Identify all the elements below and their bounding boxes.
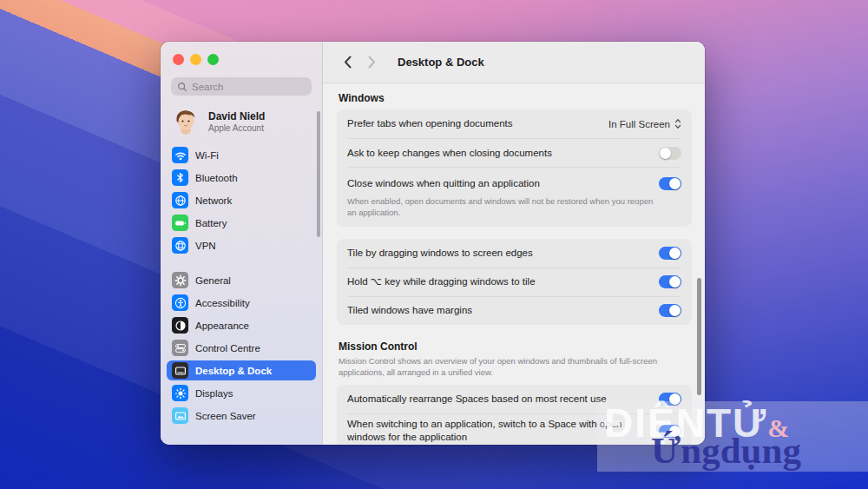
select-value: In Full Screen xyxy=(608,119,670,129)
setting-label: Ask to keep changes when closing documen… xyxy=(347,147,552,160)
vpn-globe-icon xyxy=(172,237,188,254)
account-name: David Nield xyxy=(208,110,265,123)
setting-row-close-windows: Close windows when quitting an applicati… xyxy=(347,167,681,227)
setting-row-tiled-margins: Tiled windows have margins xyxy=(347,296,681,325)
close-windows-toggle[interactable] xyxy=(659,177,681,190)
desktop-dock-icon xyxy=(172,362,188,379)
page-title: Desktop & Dock xyxy=(398,56,484,69)
sidebar-item-label: Screen Saver xyxy=(195,411,256,421)
setting-label: Prefer tabs when opening documents xyxy=(347,117,513,130)
sidebar-item-displays[interactable]: Displays xyxy=(167,383,316,403)
setting-label: Automatically rearrange Spaces based on … xyxy=(347,393,607,406)
search-input[interactable]: Search xyxy=(171,77,312,96)
search-icon xyxy=(177,82,187,92)
tile-dragging-toggle[interactable] xyxy=(659,247,681,260)
section-title-windows: Windows xyxy=(339,92,692,104)
sidebar-scrollbar[interactable] xyxy=(317,111,320,237)
sidebar-item-label: General xyxy=(195,275,231,286)
close-button[interactable] xyxy=(173,54,184,65)
sidebar-item-label: Network xyxy=(195,195,232,206)
setting-label: Tile by dragging windows to screen edges xyxy=(347,247,533,260)
sidebar-item-accessibility[interactable]: Accessibility xyxy=(167,293,316,313)
gear-icon xyxy=(172,272,188,288)
back-button[interactable] xyxy=(339,54,356,71)
globe-icon xyxy=(172,192,188,208)
minimize-button[interactable] xyxy=(190,54,201,65)
sidebar: Search David Nield Apple Account xyxy=(161,42,323,445)
system-settings-window: Search David Nield Apple Account xyxy=(161,42,705,445)
sidebar-item-label: Battery xyxy=(195,218,227,228)
content-pane: Desktop & Dock Windows Prefer tabs when … xyxy=(323,42,705,445)
sidebar-item-label: Desktop & Dock xyxy=(195,366,272,376)
forward-button[interactable] xyxy=(363,54,380,71)
setting-label: Close windows when quitting an applicati… xyxy=(347,177,540,190)
setting-row-hold-option: Hold ⌥ key while dragging windows to til… xyxy=(347,268,681,296)
prefer-tabs-select[interactable]: In Full Screen xyxy=(608,118,681,129)
content-scrollbar[interactable] xyxy=(697,278,701,395)
sidebar-item-label: VPN xyxy=(195,241,216,251)
sidebar-item-appearance[interactable]: Appearance xyxy=(167,315,316,335)
apple-account-row[interactable]: David Nield Apple Account xyxy=(171,107,313,136)
setting-label: Tiled windows have margins xyxy=(347,304,472,317)
screensaver-icon xyxy=(172,407,188,424)
hold-option-toggle[interactable] xyxy=(659,275,681,288)
section-mission-control: Mission Control xyxy=(339,340,692,353)
sidebar-item-network[interactable]: Network xyxy=(167,190,316,210)
sidebar-item-wifi[interactable]: Wi-Fi xyxy=(167,145,316,165)
sidebar-item-desktop-dock[interactable]: Desktop & Dock xyxy=(167,360,316,380)
sidebar-item-control-centre[interactable]: Control Centre xyxy=(167,338,316,358)
wifi-icon xyxy=(172,147,188,163)
section-title-mission-control: Mission Control xyxy=(339,340,692,353)
sidebar-item-label: Control Centre xyxy=(195,343,260,354)
setting-row-tile-dragging: Tile by dragging windows to screen edges xyxy=(347,239,681,268)
setting-description: When enabled, open documents and windows… xyxy=(347,196,664,219)
account-subtitle: Apple Account xyxy=(208,123,265,133)
content-body: Windows Prefer tabs when opening documen… xyxy=(323,83,705,445)
sidebar-item-label: Displays xyxy=(195,388,233,399)
avatar xyxy=(171,107,201,136)
tiled-margins-toggle[interactable] xyxy=(659,304,681,317)
accessibility-icon xyxy=(172,294,188,311)
watermark-line2: Ứngdụng xyxy=(651,429,801,472)
search-placeholder: Search xyxy=(192,82,223,92)
mission-control-description: Mission Control shows an overview of you… xyxy=(339,355,690,379)
sidebar-item-label: Wi-Fi xyxy=(195,150,219,161)
control-centre-icon xyxy=(172,340,188,356)
sidebar-item-battery[interactable]: Battery xyxy=(167,213,316,233)
settings-card-windows: Prefer tabs when opening documents In Fu… xyxy=(337,109,692,227)
appearance-icon xyxy=(172,317,188,334)
setting-label: When switching to an application, switch… xyxy=(347,418,634,444)
sidebar-item-general[interactable]: General xyxy=(167,270,316,290)
zoom-button[interactable] xyxy=(207,54,219,65)
ask-keep-changes-toggle[interactable] xyxy=(659,147,681,160)
sidebar-item-bluetooth[interactable]: Bluetooth xyxy=(167,168,316,188)
sidebar-item-vpn[interactable]: VPN xyxy=(167,235,316,255)
content-header: Desktop & Dock xyxy=(323,42,705,83)
stepper-icon xyxy=(674,118,681,129)
setting-label: Hold ⌥ key while dragging windows to til… xyxy=(347,275,536,288)
sidebar-item-screen-saver[interactable]: Screen Saver xyxy=(167,406,316,426)
sidebar-nav: Wi-Fi Bluetooth Network Battery xyxy=(161,145,322,426)
settings-card-tiling: Tile by dragging windows to screen edges… xyxy=(337,239,692,325)
bluetooth-icon xyxy=(172,169,188,186)
brightness-icon xyxy=(172,385,188,401)
setting-row-prefer-tabs: Prefer tabs when opening documents In Fu… xyxy=(347,109,681,138)
desktop: Search David Nield Apple Account xyxy=(0,0,868,489)
window-controls xyxy=(161,54,322,65)
watermark: ĐIỆNTỬ& Ứngdụng xyxy=(597,401,868,472)
setting-row-ask-keep-changes: Ask to keep changes when closing documen… xyxy=(347,138,681,167)
sidebar-item-label: Accessibility xyxy=(195,298,250,308)
battery-icon xyxy=(172,215,188,231)
sidebar-item-label: Bluetooth xyxy=(195,173,238,183)
sidebar-item-label: Appearance xyxy=(195,320,249,331)
